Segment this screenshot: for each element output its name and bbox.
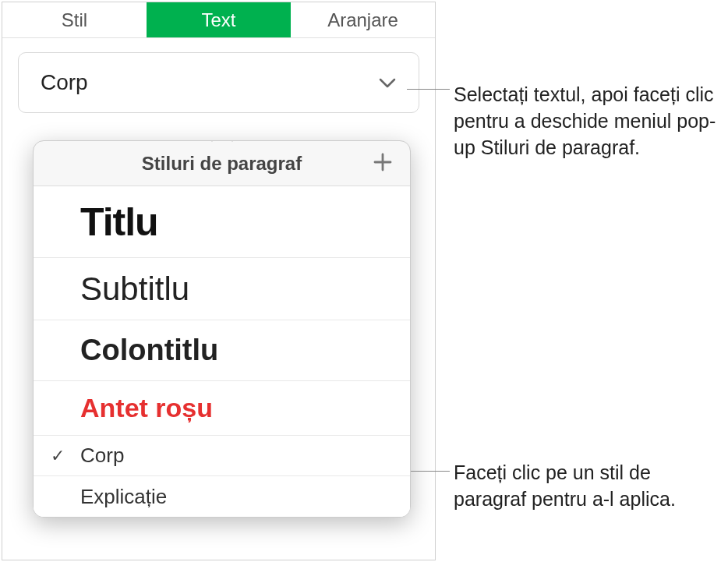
tab-aranjare[interactable]: Aranjare xyxy=(291,2,435,37)
paragraph-style-dropdown[interactable]: Corp xyxy=(18,52,419,113)
popover-header: Stiluri de paragraf xyxy=(34,141,410,186)
style-label: Corp xyxy=(80,444,124,468)
style-label: Antet roșu xyxy=(80,393,213,423)
style-item-corp[interactable]: ✓ Corp xyxy=(34,436,410,476)
tab-text-label: Text xyxy=(201,9,235,31)
style-item-titlu[interactable]: Titlu xyxy=(34,186,410,258)
tab-text[interactable]: Text xyxy=(147,2,291,37)
paragraph-style-value: Corp xyxy=(41,70,88,95)
callout-dropdown: Selectați textul, apoi faceți clic pentr… xyxy=(454,82,719,161)
style-item-antet-rosu[interactable]: Antet roșu xyxy=(34,381,410,436)
style-item-colontitlu[interactable]: Colontitlu xyxy=(34,320,410,381)
callout-leader xyxy=(411,471,450,472)
add-style-button[interactable] xyxy=(369,150,396,177)
popover-title: Stiluri de paragraf xyxy=(142,153,302,175)
style-label: Colontitlu xyxy=(80,334,218,367)
plus-icon xyxy=(372,151,394,176)
tab-aranjare-label: Aranjare xyxy=(327,9,398,31)
style-label: Explicație xyxy=(80,485,167,509)
callout-style-item: Faceți clic pe un stil de paragraf pentr… xyxy=(454,460,687,513)
format-tabs: Stil Text Aranjare xyxy=(2,2,435,38)
paragraph-styles-popover: Stiluri de paragraf Titlu Subtitlu Colon… xyxy=(33,140,411,518)
tab-stil[interactable]: Stil xyxy=(2,2,147,37)
chevron-down-icon xyxy=(378,76,397,89)
callout-leader xyxy=(407,89,450,90)
style-label: Titlu xyxy=(80,200,158,245)
paragraph-style-section: Corp xyxy=(2,38,435,127)
tab-stil-label: Stil xyxy=(62,9,87,31)
check-icon: ✓ xyxy=(51,446,65,466)
style-label: Subtitlu xyxy=(80,270,189,308)
style-item-subtitlu[interactable]: Subtitlu xyxy=(34,258,410,320)
style-item-explicatie[interactable]: Explicație xyxy=(34,476,410,517)
style-list: Titlu Subtitlu Colontitlu Antet roșu ✓ C… xyxy=(34,186,410,517)
